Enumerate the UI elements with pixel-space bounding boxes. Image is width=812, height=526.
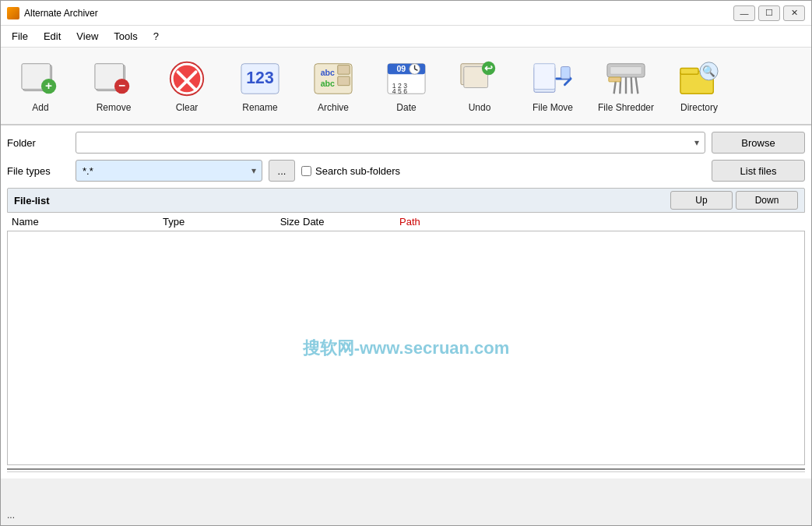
separator-1 <box>7 468 805 470</box>
file-types-row: File types *.* ... Search sub-folders Li… <box>7 160 805 182</box>
svg-text:↩: ↩ <box>484 63 493 74</box>
col-type-header: Type <box>163 216 241 228</box>
col-name-header: Name <box>7 216 163 228</box>
folder-row: Folder Browse <box>7 132 805 154</box>
search-sub-folders-label[interactable]: Search sub-folders <box>301 165 400 177</box>
file-types-select[interactable]: *.* <box>76 160 262 182</box>
file-move-button[interactable]: File Move <box>518 51 588 120</box>
folder-select[interactable] <box>76 132 705 154</box>
col-path-header: Path <box>396 216 805 228</box>
directory-label: Directory <box>680 102 718 113</box>
svg-rect-17 <box>338 65 350 75</box>
col-date-header: Date <box>303 216 396 228</box>
maximize-button[interactable]: ☐ <box>758 5 780 21</box>
table-header: Name Type Size Date Path <box>7 213 805 231</box>
clear-label: Clear <box>176 102 199 113</box>
ellipsis-button[interactable]: ... <box>269 160 295 182</box>
menu-edit[interactable]: Edit <box>36 28 69 44</box>
menu-bar: File Edit View Tools ? <box>1 26 811 48</box>
svg-text:+: + <box>45 79 52 92</box>
archive-label: Archive <box>318 102 349 113</box>
folder-select-wrapper <box>76 132 705 154</box>
archive-button[interactable]: abc abc Archive <box>298 51 368 120</box>
search-sub-folders-checkbox[interactable] <box>301 166 311 176</box>
add-icon: + <box>20 58 61 99</box>
directory-button[interactable]: 🔍 Directory <box>664 51 734 120</box>
rename-label: Rename <box>242 102 277 113</box>
menu-tools[interactable]: Tools <box>106 28 145 44</box>
file-move-icon <box>533 58 573 99</box>
remove-label: Remove <box>97 102 132 113</box>
menu-file[interactable]: File <box>4 28 36 44</box>
window-title: Alternate Archiver <box>24 8 733 19</box>
svg-rect-41 <box>609 77 620 82</box>
date-label: Date <box>396 102 416 113</box>
file-types-select-wrapper: *.* <box>76 160 262 182</box>
svg-line-39 <box>631 77 632 94</box>
file-types-label: File types <box>7 165 69 177</box>
file-list-body: 搜软网-www.secruan.com <box>7 231 805 465</box>
undo-label: Undo <box>469 102 491 113</box>
toolbar: + Add − Remove <box>1 48 811 125</box>
archive-icon: abc abc <box>313 58 353 99</box>
menu-view[interactable]: View <box>69 28 106 44</box>
menu-help[interactable]: ? <box>146 28 167 44</box>
date-icon: 09 1 2 3 4 5 6 <box>386 58 427 99</box>
file-move-label: File Move <box>533 102 573 113</box>
main-window: Alternate Archiver — ☐ ✕ File Edit View … <box>0 0 812 526</box>
separator-2 <box>7 471 805 472</box>
status-text: ... <box>7 510 15 521</box>
remove-icon: − <box>93 58 134 99</box>
window-controls: — ☐ ✕ <box>733 5 805 21</box>
clear-icon <box>167 58 207 99</box>
watermark: 搜软网-www.secruan.com <box>303 337 510 360</box>
file-list-label: File-list <box>14 195 50 207</box>
svg-line-40 <box>636 77 638 94</box>
svg-text:−: − <box>118 79 125 92</box>
svg-text:123: 123 <box>246 69 274 86</box>
svg-text:4 5 6: 4 5 6 <box>392 87 407 95</box>
content-area: Folder Browse File types *.* ... Search … <box>1 125 811 478</box>
close-button[interactable]: ✕ <box>783 5 805 21</box>
file-list-header: File-list Up Down <box>7 188 805 213</box>
up-down-controls: Up Down <box>670 191 798 210</box>
undo-button[interactable]: ↩ Undo <box>445 51 515 120</box>
svg-text:09: 09 <box>396 64 406 73</box>
rename-icon: 123 <box>240 58 280 99</box>
app-icon <box>7 7 19 19</box>
add-label: Add <box>32 102 48 113</box>
down-button[interactable]: Down <box>736 191 798 210</box>
up-button[interactable]: Up <box>670 191 733 210</box>
rename-button[interactable]: 123 Rename <box>225 51 295 120</box>
file-shredder-icon <box>606 58 646 99</box>
svg-rect-35 <box>610 67 642 75</box>
clear-button[interactable]: Clear <box>152 51 222 120</box>
title-bar: Alternate Archiver — ☐ ✕ <box>1 1 811 26</box>
directory-icon: 🔍 <box>679 58 719 99</box>
folder-label: Folder <box>7 137 69 149</box>
svg-rect-33 <box>561 67 571 79</box>
undo-icon: ↩ <box>459 58 500 99</box>
svg-rect-43 <box>680 69 698 75</box>
col-size-header: Size <box>241 216 303 228</box>
minimize-button[interactable]: — <box>733 5 755 21</box>
remove-button[interactable]: − Remove <box>79 51 149 120</box>
search-sub-folders-text: Search sub-folders <box>315 165 400 177</box>
svg-rect-18 <box>338 76 350 86</box>
add-button[interactable]: + Add <box>5 51 76 120</box>
svg-text:abc: abc <box>321 79 335 88</box>
file-shredder-label: File Shredder <box>598 102 654 113</box>
svg-rect-32 <box>534 64 555 90</box>
status-bar: ... <box>1 478 811 525</box>
svg-text:🔍: 🔍 <box>702 65 715 78</box>
date-button[interactable]: 09 1 2 3 4 5 6 Date <box>371 51 441 120</box>
svg-text:abc: abc <box>321 68 335 77</box>
list-files-button[interactable]: List files <box>712 160 805 182</box>
file-shredder-button[interactable]: File Shredder <box>591 51 661 120</box>
svg-point-9 <box>174 65 201 93</box>
browse-button[interactable]: Browse <box>712 132 805 154</box>
